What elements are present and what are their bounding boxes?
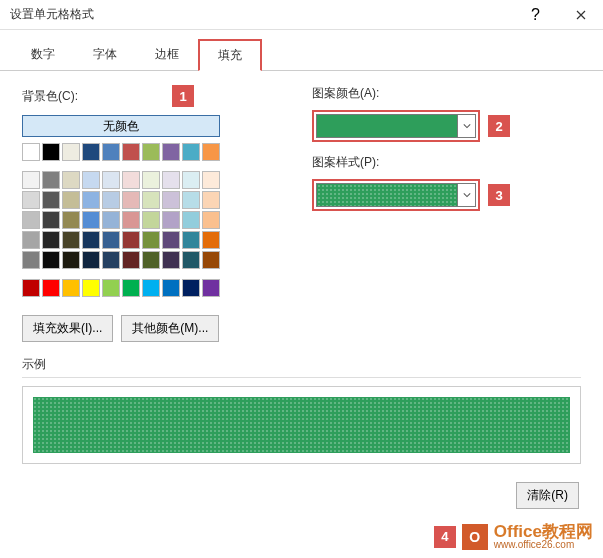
color-swatch[interactable] xyxy=(102,279,120,297)
color-swatch[interactable] xyxy=(202,251,220,269)
color-swatch[interactable] xyxy=(142,279,160,297)
color-swatch[interactable] xyxy=(162,143,180,161)
color-swatch[interactable] xyxy=(142,251,160,269)
color-swatch[interactable] xyxy=(162,231,180,249)
footer: 4 O Office教程网 www.office26.com xyxy=(434,523,593,550)
color-swatch[interactable] xyxy=(82,279,100,297)
watermark-brand: Office教程网 xyxy=(494,523,593,540)
office-logo-icon: O xyxy=(462,524,488,550)
color-swatch[interactable] xyxy=(182,143,200,161)
color-swatch[interactable] xyxy=(142,171,160,189)
pattern-color-label: 图案颜色(A): xyxy=(312,85,581,102)
color-swatch[interactable] xyxy=(142,211,160,229)
color-swatch[interactable] xyxy=(62,211,80,229)
right-column: 图案颜色(A): 2 图案样式(P): 3 xyxy=(312,85,581,342)
color-swatch[interactable] xyxy=(82,171,100,189)
tab-fill[interactable]: 填充 xyxy=(198,39,262,71)
color-swatch[interactable] xyxy=(82,143,100,161)
color-swatch[interactable] xyxy=(182,171,200,189)
color-swatch[interactable] xyxy=(102,231,120,249)
color-swatch[interactable] xyxy=(62,191,80,209)
tab-font[interactable]: 字体 xyxy=(74,39,136,71)
pattern-style-highlight xyxy=(312,179,480,211)
pattern-color-highlight xyxy=(312,110,480,142)
color-swatch[interactable] xyxy=(122,143,140,161)
pattern-style-dropdown[interactable] xyxy=(316,183,476,207)
color-swatch[interactable] xyxy=(162,171,180,189)
color-swatch[interactable] xyxy=(202,191,220,209)
color-swatch[interactable] xyxy=(162,191,180,209)
color-swatch[interactable] xyxy=(62,231,80,249)
color-swatch[interactable] xyxy=(162,211,180,229)
color-swatch[interactable] xyxy=(42,171,60,189)
tab-border[interactable]: 边框 xyxy=(136,39,198,71)
color-swatch[interactable] xyxy=(102,171,120,189)
color-swatch[interactable] xyxy=(122,251,140,269)
color-swatch[interactable] xyxy=(202,279,220,297)
tab-bar: 数字 字体 边框 填充 xyxy=(0,30,603,71)
color-swatch[interactable] xyxy=(142,231,160,249)
color-swatch[interactable] xyxy=(82,211,100,229)
sample-box xyxy=(22,386,581,464)
color-swatch[interactable] xyxy=(62,279,80,297)
callout-3: 3 xyxy=(488,184,510,206)
color-swatch[interactable] xyxy=(42,231,60,249)
color-swatch[interactable] xyxy=(182,211,200,229)
no-color-button[interactable]: 无颜色 xyxy=(22,115,220,137)
color-swatch[interactable] xyxy=(162,279,180,297)
color-swatch[interactable] xyxy=(102,211,120,229)
color-swatch[interactable] xyxy=(142,191,160,209)
color-swatch[interactable] xyxy=(122,171,140,189)
clear-button[interactable]: 清除(R) xyxy=(516,482,579,509)
color-swatch[interactable] xyxy=(22,171,40,189)
color-swatch[interactable] xyxy=(102,251,120,269)
color-swatch[interactable] xyxy=(202,143,220,161)
color-swatch[interactable] xyxy=(22,251,40,269)
divider xyxy=(22,377,581,378)
color-swatch[interactable] xyxy=(22,143,40,161)
tab-number[interactable]: 数字 xyxy=(12,39,74,71)
fill-effects-button[interactable]: 填充效果(I)... xyxy=(22,315,113,342)
left-column: 背景色(C): 1 无颜色 填充效果(I)... 其他颜色(M)... xyxy=(22,85,312,342)
color-swatch[interactable] xyxy=(22,211,40,229)
more-colors-button[interactable]: 其他颜色(M)... xyxy=(121,315,219,342)
help-button[interactable]: ? xyxy=(513,0,558,29)
color-swatch[interactable] xyxy=(22,231,40,249)
color-swatch[interactable] xyxy=(182,279,200,297)
color-swatch[interactable] xyxy=(202,211,220,229)
color-swatch[interactable] xyxy=(42,191,60,209)
color-swatch[interactable] xyxy=(82,231,100,249)
color-swatch[interactable] xyxy=(22,279,40,297)
theme-color-row xyxy=(22,143,312,161)
color-swatch[interactable] xyxy=(62,171,80,189)
color-swatch[interactable] xyxy=(182,191,200,209)
color-swatch[interactable] xyxy=(82,191,100,209)
color-swatch[interactable] xyxy=(182,231,200,249)
color-swatch[interactable] xyxy=(202,171,220,189)
color-swatch[interactable] xyxy=(62,251,80,269)
color-swatch[interactable] xyxy=(162,251,180,269)
color-swatch[interactable] xyxy=(122,191,140,209)
close-icon xyxy=(576,10,586,20)
color-swatch[interactable] xyxy=(102,143,120,161)
color-swatch[interactable] xyxy=(202,231,220,249)
color-swatch[interactable] xyxy=(182,251,200,269)
color-swatch[interactable] xyxy=(122,279,140,297)
pattern-color-dropdown[interactable] xyxy=(316,114,476,138)
color-swatch[interactable] xyxy=(122,211,140,229)
color-swatch[interactable] xyxy=(102,191,120,209)
chevron-down-icon xyxy=(457,184,475,206)
color-swatch[interactable] xyxy=(42,279,60,297)
color-swatch[interactable] xyxy=(142,143,160,161)
color-swatch[interactable] xyxy=(42,211,60,229)
callout-4: 4 xyxy=(434,526,456,548)
close-button[interactable] xyxy=(558,0,603,29)
color-swatch[interactable] xyxy=(122,231,140,249)
color-swatch[interactable] xyxy=(82,251,100,269)
color-swatch[interactable] xyxy=(22,191,40,209)
color-swatch[interactable] xyxy=(42,143,60,161)
color-swatch[interactable] xyxy=(42,251,60,269)
help-icon: ? xyxy=(531,6,540,24)
color-swatch[interactable] xyxy=(62,143,80,161)
watermark-url: www.office26.com xyxy=(494,540,593,550)
